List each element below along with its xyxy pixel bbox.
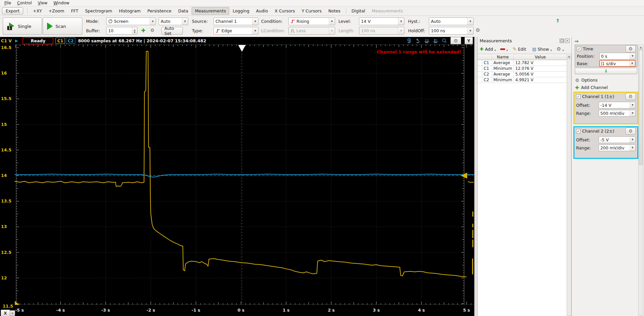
x-axis-button[interactable]: X (1, 310, 10, 316)
svg-text:5 s: 5 s (463, 308, 470, 313)
time-checkbox[interactable]: ✓ (577, 47, 581, 51)
tab-xy[interactable]: +XY (30, 7, 45, 15)
range-label: Range: (576, 111, 597, 116)
channel2-range-select[interactable]: 200 mV/div▼ (599, 144, 636, 151)
menu-view[interactable]: View (35, 0, 50, 6)
channel2-checkbox[interactable]: ✓ (576, 129, 580, 133)
close-panel-icon[interactable]: × (565, 39, 569, 43)
holdoff-select[interactable]: 100 ns▼ (429, 27, 474, 35)
tab-persistence[interactable]: Persistence (144, 7, 175, 15)
remove-measurement-icon[interactable] (500, 48, 505, 50)
channel1-offset-select[interactable]: -14 V▼ (599, 102, 636, 108)
tab-spectrogram[interactable]: Spectrogram (82, 7, 116, 15)
trigger-mode-select[interactable]: Auto▼ (159, 17, 188, 25)
add-measurement-icon[interactable]: ✚ (480, 46, 484, 52)
options-dropdown[interactable]: ⚙ Options ▼ (574, 77, 641, 83)
scope-view[interactable]: 16.51615.51514.51413.51312.51211.5-5 s-4… (0, 37, 474, 316)
x-cursor-tool-icon[interactable] (424, 38, 430, 43)
waveform-plot[interactable]: 16.51615.51514.51413.51312.51211.5-5 s-4… (0, 37, 474, 316)
tab-data[interactable]: Data (175, 7, 192, 15)
show-menu-button[interactable]: Show (537, 47, 549, 52)
menu-file[interactable]: File (1, 0, 14, 6)
edit-measurement-button[interactable]: Edit (518, 47, 526, 52)
y-axis-button[interactable]: Y (465, 37, 473, 44)
plot-settings-button[interactable]: ⚙ (450, 37, 461, 44)
x-axis-dropdown-icon[interactable]: ▼ (10, 310, 15, 316)
tab-histogram[interactable]: Histogram (116, 7, 144, 15)
edit-pencil-icon[interactable]: ✎ (513, 46, 517, 52)
svg-text:-2 s: -2 s (147, 308, 155, 313)
value-column-header[interactable]: Value (514, 54, 567, 60)
time-position-select[interactable]: 0 s▼ (599, 53, 636, 59)
lcondition-value: Less (296, 28, 306, 33)
time-gear-button[interactable]: ⚙ (626, 45, 636, 52)
single-button[interactable]: 1 Single (3, 17, 42, 35)
menu-control[interactable]: Control (14, 0, 35, 6)
undock-panel-icon[interactable] (560, 39, 564, 43)
measurements-gear-icon[interactable]: ⚙ (557, 47, 561, 52)
tab-notes[interactable]: Notes (325, 7, 344, 15)
add-measurement-button[interactable]: Add (485, 47, 493, 52)
spinner-arrows-icon[interactable]: ▲▼ (132, 27, 137, 34)
scroll-up-icon[interactable]: ▲ (567, 54, 571, 59)
tab-zoom[interactable]: +Zoom (45, 7, 68, 15)
sidebar-scrollbar[interactable]: ▲ (638, 45, 643, 316)
name-column-header[interactable]: Name (492, 54, 514, 60)
gear-dropdown-icon[interactable]: ▼ (562, 49, 564, 51)
table-row[interactable]: C2 Minimum 4.9921 V (478, 77, 567, 83)
channel1-range-select[interactable]: 500 mV/div▼ (599, 110, 636, 117)
time-base-input[interactable]: 1 s/div▼ (599, 60, 636, 67)
channel1-badge[interactable]: C1 (55, 38, 65, 44)
holdoff-label: HoldOff: (408, 28, 425, 34)
scroll-up-icon[interactable]: ▲ (639, 45, 643, 50)
trigger-condition-select[interactable]: Rising▼ (288, 17, 335, 25)
channel1-checkbox[interactable]: ✓ (576, 94, 580, 99)
tab-measurements[interactable]: Measurements (192, 7, 229, 15)
zoom-reset-icon[interactable]: 1 (407, 38, 412, 43)
tab-digital[interactable]: Digital (348, 7, 369, 15)
pointer-tool-icon[interactable] (415, 38, 421, 43)
tab-y-cursors[interactable]: Y Cursors (298, 7, 325, 15)
auto-set-button[interactable]: Auto Set (161, 27, 183, 35)
tab-fft[interactable]: FFT (68, 7, 82, 15)
table-scrollbar[interactable]: ▲ (567, 54, 571, 316)
collapse-toolbar-icon[interactable]: ⇑ (556, 18, 560, 23)
trigger-source-select[interactable]: Channel 1▼ (213, 17, 258, 25)
range-label: Range: (576, 145, 597, 150)
channel2-gear-button[interactable]: ⚙ (626, 128, 636, 135)
channel2-badge[interactable]: C2 (66, 38, 75, 44)
export-button[interactable]: Export (2, 7, 23, 14)
remove-dropdown-icon[interactable]: ▼ (507, 49, 508, 51)
mode-select[interactable]: Screen▼ (106, 17, 156, 25)
expand-sidebar-icon[interactable]: ⇒ (574, 38, 579, 44)
trigger-gear-icon[interactable]: ⚙ (476, 28, 480, 33)
add-buffer-icon[interactable]: ✚ (141, 28, 146, 33)
table-row[interactable]: C1 Average 12.782 V (478, 60, 567, 66)
channel2-offset-select[interactable]: -5 V▼ (599, 136, 636, 143)
tab-audio[interactable]: Audio (253, 7, 272, 15)
add-dropdown-icon[interactable]: ▼ (494, 49, 496, 51)
table-row[interactable]: C1 Minimum 12.076 V (478, 66, 567, 72)
panel-splitter[interactable] (474, 37, 478, 316)
scan-button[interactable]: Scan (43, 17, 82, 35)
scrollbar-thumb[interactable] (639, 50, 643, 165)
buffer-stepper[interactable]: 10 ▲▼ (106, 27, 137, 35)
add-channel-dropdown[interactable]: ✚ Add Channel ▼ (574, 84, 641, 91)
trigger-type-select[interactable]: Edge▼ (213, 27, 258, 35)
menu-window[interactable]: Window (50, 0, 72, 6)
table-row[interactable]: C2 Average 5.0056 V (478, 72, 567, 77)
hysteresis-select[interactable]: Auto▼ (429, 17, 474, 25)
tab-logging[interactable]: Logging (229, 7, 253, 15)
tab-x-cursors[interactable]: X Cursors (271, 7, 298, 15)
zoom-tool-icon[interactable] (442, 38, 447, 43)
channel1-gear-button[interactable]: ⚙ (626, 93, 636, 100)
show-list-icon[interactable]: ▤ (532, 47, 536, 52)
time-apply-button[interactable]: ⇓ (575, 68, 637, 74)
measurements-table[interactable]: Name Value C1 Average 12.782 V C1 Minimu… (478, 54, 567, 316)
run-arrow-icon[interactable]: ▶ (15, 39, 18, 43)
mode-value: Screen (114, 19, 128, 24)
show-dropdown-icon[interactable]: ▼ (550, 49, 552, 51)
buffer-gear-icon[interactable]: ⚙ (150, 28, 155, 33)
trigger-level-select[interactable]: 14 V▼ (359, 17, 404, 25)
y-cursor-tool-icon[interactable] (433, 38, 438, 43)
